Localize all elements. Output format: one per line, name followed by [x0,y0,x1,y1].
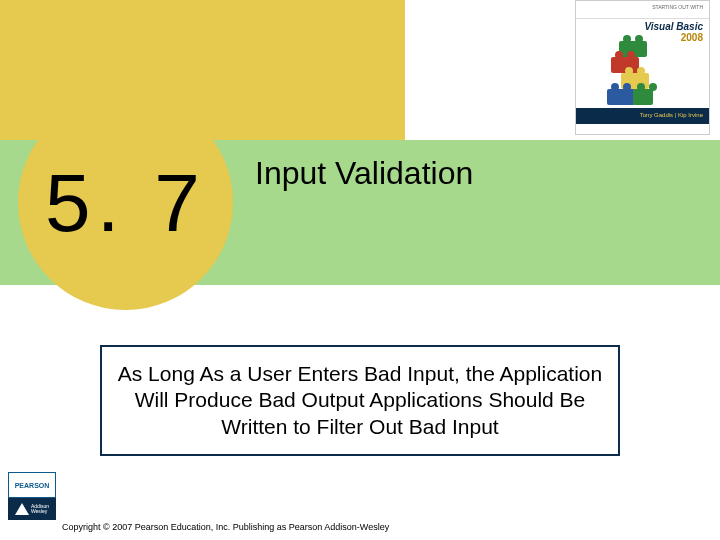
book-starting-text: STARTING OUT WITH [576,1,709,19]
copyright-text: Copyright © 2007 Pearson Education, Inc.… [62,522,389,532]
section-title: Input Validation [255,155,473,192]
pearson-logo: PEARSON [8,472,56,498]
book-title: Visual Basic [582,21,703,32]
section-number: 5. 7 [45,156,206,250]
publisher-logo: PEARSON Addison Wesley [8,472,56,520]
book-cover-image: STARTING OUT WITH Visual Basic 2008 Tony… [575,0,710,135]
addison-wesley-logo: Addison Wesley [8,498,56,520]
triangle-icon [15,503,29,515]
lego-stack-icon [601,41,661,111]
section-number-circle: 5. 7 [18,95,233,310]
book-authors: Tony Gaddis | Kip Irvine [576,108,709,124]
body-text: As Long As a User Enters Bad Input, the … [100,345,620,456]
imprint-line2: Wesley [31,509,49,514]
